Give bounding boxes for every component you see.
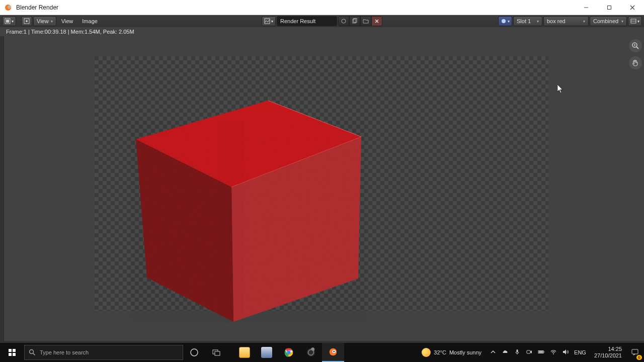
svg-rect-50 — [527, 350, 530, 353]
close-button[interactable] — [621, 0, 644, 15]
meet-now-icon[interactable] — [526, 348, 533, 356]
taskbar-clock[interactable]: 14:25 27/10/2021 — [590, 346, 626, 359]
view-label: View — [37, 18, 49, 24]
tray-chevron-up-icon[interactable] — [490, 348, 497, 356]
onedrive-icon[interactable] — [502, 348, 509, 356]
svg-rect-54 — [539, 351, 543, 353]
svg-rect-35 — [13, 353, 16, 356]
file-explorer-taskbar-icon[interactable] — [233, 343, 256, 362]
render-status-line: Frame:1 | Time:00:39.18 | Mem:1.54M, Pea… — [0, 27, 644, 36]
svg-rect-34 — [9, 353, 12, 356]
image-editor-header: ▾ View ▾ View Image ▾ Render Result — [0, 15, 644, 27]
blender-icon — [4, 4, 12, 12]
clock-date: 27/10/2021 — [594, 352, 622, 359]
svg-rect-32 — [9, 349, 12, 352]
layer-dropdown[interactable]: box red ▾ — [543, 16, 589, 26]
chrome-taskbar-icon[interactable] — [278, 343, 300, 362]
obs-taskbar-icon[interactable] — [300, 343, 322, 362]
mouse-cursor-icon — [557, 84, 564, 94]
volume-icon[interactable] — [562, 348, 569, 356]
editor-type-dropdown[interactable]: ▾ — [2, 16, 16, 26]
svg-rect-49 — [517, 349, 518, 352]
svg-point-36 — [30, 350, 34, 354]
language-indicator[interactable]: ENG — [574, 349, 586, 355]
microphone-icon[interactable] — [514, 348, 521, 356]
windows-taskbar: Type here to search 32°C Mostly sunny EN… — [0, 343, 644, 362]
view-menu[interactable]: View — [57, 18, 77, 24]
svg-rect-4 — [608, 6, 611, 9]
app-taskbar-icon-1[interactable] — [256, 343, 278, 362]
pass-value: Combined — [593, 18, 618, 24]
window-title: Blender Render — [16, 4, 58, 11]
view-dropdown[interactable]: View ▾ — [33, 16, 56, 26]
render-viewport[interactable] — [0, 36, 644, 341]
weather-sun-icon — [422, 348, 431, 357]
svg-line-37 — [33, 353, 35, 355]
svg-line-21 — [636, 47, 638, 49]
minimize-button[interactable] — [575, 0, 598, 15]
display-channels-button[interactable]: ▾ — [498, 16, 512, 26]
taskbar-search[interactable]: Type here to search — [24, 345, 183, 360]
notification-count: 6 — [636, 355, 642, 360]
battery-icon[interactable] — [538, 348, 545, 356]
wifi-icon[interactable] — [550, 348, 557, 356]
slot-value: Slot 1 — [517, 18, 531, 24]
toolbar-region-toggle[interactable] — [0, 36, 4, 341]
fake-user-button[interactable] — [338, 16, 349, 26]
image-name-value: Render Result — [280, 18, 315, 24]
system-tray: ENG — [486, 348, 590, 356]
svg-rect-57 — [632, 349, 638, 354]
svg-point-2 — [9, 6, 10, 7]
svg-point-10 — [26, 20, 28, 22]
start-button[interactable] — [0, 343, 24, 362]
unlink-image-button[interactable] — [371, 16, 382, 26]
weather-desc: Mostly sunny — [449, 349, 481, 355]
svg-rect-8 — [6, 20, 9, 23]
render-status-text: Frame:1 | Time:00:39.18 | Mem:1.54M, Pea… — [6, 29, 134, 35]
svg-point-38 — [191, 349, 198, 356]
task-view-button[interactable] — [205, 343, 227, 362]
weather-temp: 32°C — [434, 349, 446, 355]
maximize-button[interactable] — [598, 0, 621, 15]
view-mode-icon[interactable] — [21, 16, 32, 26]
window-titlebar: Blender Render — [0, 0, 644, 15]
search-placeholder: Type here to search — [40, 349, 89, 355]
svg-point-17 — [502, 19, 506, 23]
svg-rect-33 — [13, 349, 16, 352]
rendered-cube — [130, 92, 366, 323]
weather-widget[interactable]: 32°C Mostly sunny — [418, 348, 486, 357]
action-center-button[interactable]: 6 — [626, 343, 644, 362]
search-icon — [29, 349, 36, 356]
overlay-toggle[interactable]: ▾ — [628, 16, 642, 26]
svg-marker-31 — [557, 84, 562, 93]
zoom-tool[interactable] — [629, 39, 642, 52]
cortana-button[interactable] — [183, 343, 205, 362]
layer-value: box red — [547, 18, 566, 24]
render-canvas — [95, 56, 548, 311]
pass-dropdown[interactable]: Combined ▾ — [590, 16, 627, 26]
svg-rect-40 — [215, 351, 220, 355]
svg-point-55 — [553, 354, 554, 355]
slot-dropdown[interactable]: Slot 1 ▾ — [513, 16, 542, 26]
image-name-field[interactable]: Render Result — [277, 16, 337, 26]
pan-tool[interactable] — [629, 56, 642, 69]
new-image-button[interactable] — [349, 16, 360, 26]
open-image-button[interactable] — [360, 16, 371, 26]
clock-time: 14:25 — [594, 346, 622, 352]
svg-rect-53 — [544, 351, 545, 352]
svg-rect-11 — [265, 19, 270, 24]
image-datablock-icon[interactable]: ▾ — [262, 16, 276, 26]
blender-taskbar-icon[interactable] — [322, 343, 344, 362]
svg-point-48 — [333, 350, 335, 352]
image-menu[interactable]: Image — [78, 18, 102, 24]
svg-marker-56 — [563, 349, 566, 354]
svg-point-12 — [342, 19, 346, 23]
